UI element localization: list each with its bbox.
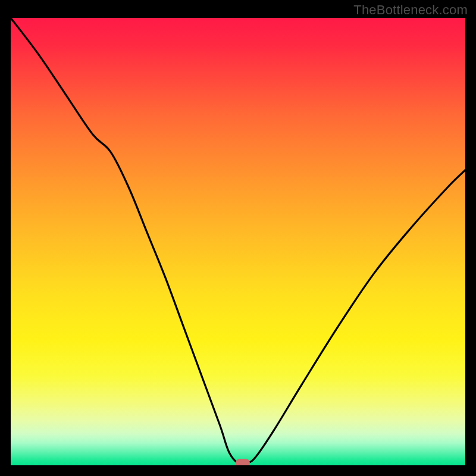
chart-frame: TheBottleneck.com <box>0 0 476 476</box>
optimal-point-marker <box>236 459 250 465</box>
bottleneck-curve <box>11 18 465 465</box>
plot-area <box>11 18 465 465</box>
watermark-label: TheBottleneck.com <box>353 2 468 18</box>
